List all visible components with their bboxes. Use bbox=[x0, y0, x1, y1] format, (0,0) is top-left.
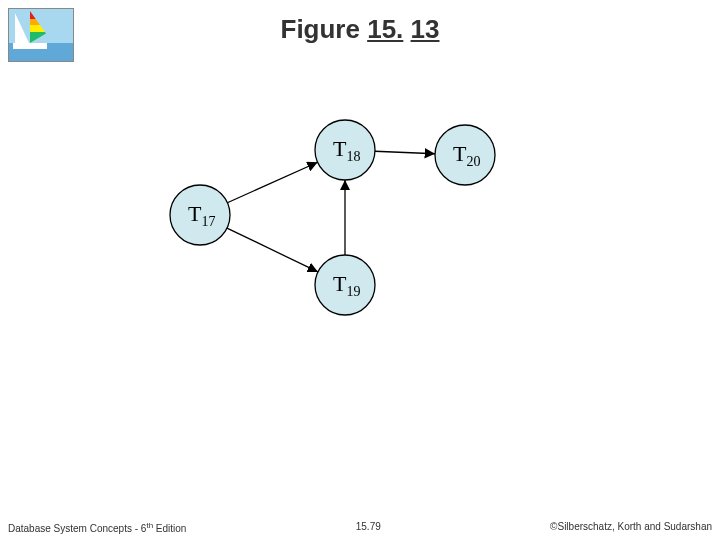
slide-footer: Database System Concepts - 6th Edition 1… bbox=[8, 521, 712, 534]
edge-T18-T20 bbox=[375, 151, 435, 154]
edge-T17-T19 bbox=[227, 228, 318, 272]
footer-left: Database System Concepts - 6th Edition bbox=[8, 521, 186, 534]
footer-center: 15.79 bbox=[356, 521, 381, 534]
title-prefix: Figure bbox=[281, 14, 368, 44]
figure-title: Figure 15. 13 bbox=[0, 14, 720, 45]
title-num1: 15. bbox=[367, 14, 403, 44]
footer-right: ©Silberschatz, Korth and Sudarshan bbox=[550, 521, 712, 534]
precedence-graph: T17T18T19T20 bbox=[130, 90, 540, 350]
figure-graph: T17T18T19T20 bbox=[130, 90, 540, 350]
edge-T17-T18 bbox=[227, 162, 317, 202]
title-num2: 13 bbox=[411, 14, 440, 44]
